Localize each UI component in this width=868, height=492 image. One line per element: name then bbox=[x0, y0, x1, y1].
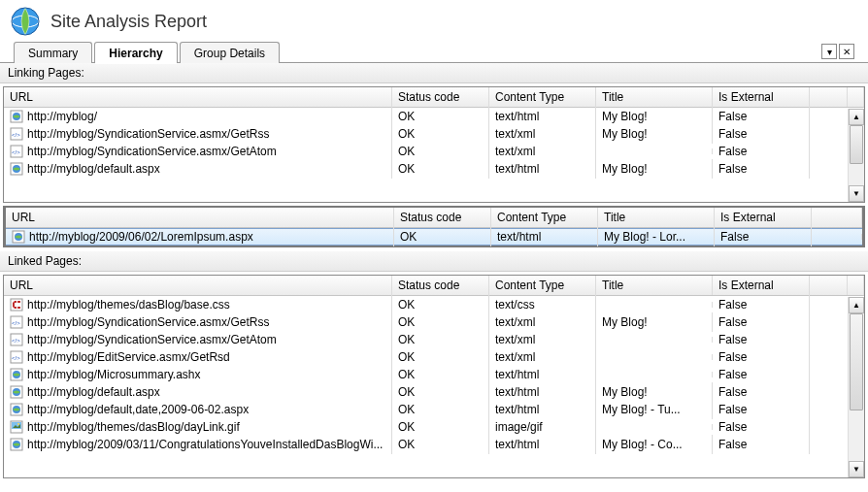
col-content-type[interactable]: Content Type bbox=[489, 87, 596, 107]
table-row[interactable]: http://myblog/2009/03/11/Congratulations… bbox=[4, 436, 864, 453]
col-content-type[interactable]: Content Type bbox=[489, 276, 596, 295]
svg-text:</>: </> bbox=[12, 320, 20, 326]
cell-title: My Blog! bbox=[596, 124, 713, 144]
cell-content-type: text/html bbox=[489, 382, 596, 402]
cell-title: My Blog! bbox=[596, 107, 713, 126]
cell-is-external: False bbox=[713, 124, 810, 144]
cell-content-type: text/html bbox=[489, 159, 596, 179]
table-row[interactable]: http://myblog/2009/06/02/LoremIpsum.aspx… bbox=[6, 228, 862, 246]
cell-status: OK bbox=[392, 400, 489, 419]
table-row[interactable]: http://myblog/default,date,2009-06-02.as… bbox=[4, 401, 864, 418]
tab-hierarchy[interactable]: Hierarchy bbox=[94, 42, 177, 63]
col-url[interactable]: URL bbox=[6, 208, 394, 227]
linking-grid: URL Status code Content Type Title Is Ex… bbox=[3, 86, 865, 203]
cell-is-external: False bbox=[713, 365, 810, 384]
table-row[interactable]: </>http://myblog/SyndicationService.asmx… bbox=[4, 331, 864, 348]
cell-is-external: False bbox=[713, 107, 810, 126]
cell-status: OK bbox=[392, 417, 489, 437]
linked-pages-label: Linked Pages: bbox=[0, 251, 868, 272]
tab-dropdown-button[interactable]: ▾ bbox=[821, 44, 837, 59]
table-row[interactable]: </>http://myblog/SyndicationService.asmx… bbox=[4, 125, 864, 143]
cell-content-type: text/xml bbox=[489, 124, 596, 144]
col-is-external[interactable]: Is External bbox=[715, 208, 812, 227]
linking-pages-label: Linking Pages: bbox=[0, 63, 868, 83]
svg-point-31 bbox=[17, 423, 19, 425]
table-row[interactable]: http://myblog/default.aspxOKtext/htmlMy … bbox=[4, 383, 864, 401]
col-status[interactable]: Status code bbox=[392, 276, 489, 295]
scroll-thumb[interactable] bbox=[850, 313, 863, 410]
cell-content-type: text/xml bbox=[489, 312, 596, 332]
cell-status: OK bbox=[392, 124, 489, 144]
scroll-up-button[interactable]: ▲ bbox=[849, 109, 864, 125]
cell-content-type: text/html bbox=[489, 107, 596, 126]
scroll-down-button[interactable]: ▼ bbox=[849, 185, 864, 202]
html-file-icon bbox=[10, 385, 23, 399]
cell-status: OK bbox=[392, 330, 489, 349]
cell-is-external: False bbox=[713, 142, 810, 161]
col-url[interactable]: URL bbox=[4, 87, 392, 107]
cell-content-type: text/html bbox=[491, 227, 598, 246]
xml-file-icon: </> bbox=[10, 350, 23, 364]
tab-summary[interactable]: Summary bbox=[14, 42, 92, 63]
cell-title: My Blog! - Co... bbox=[596, 435, 713, 454]
cell-content-type: text/html bbox=[489, 435, 596, 454]
cell-is-external: False bbox=[713, 382, 810, 402]
cell-is-external: False bbox=[713, 295, 810, 314]
linked-body: http://myblog/themes/dasBlog/base.cssOKt… bbox=[4, 296, 864, 476]
svg-rect-13 bbox=[11, 299, 22, 311]
table-row[interactable]: http://myblog/OKtext/htmlMy Blog!False bbox=[4, 108, 864, 125]
selected-page-grid: URL Status code Content Type Title Is Ex… bbox=[3, 206, 865, 247]
cell-status: OK bbox=[392, 312, 489, 332]
cell-content-type: text/xml bbox=[489, 330, 596, 349]
grid-header: URL Status code Content Type Title Is Ex… bbox=[6, 208, 862, 228]
table-row[interactable]: http://myblog/Microsummary.ashxOKtext/ht… bbox=[4, 366, 864, 383]
tab-group-details[interactable]: Group Details bbox=[180, 42, 280, 63]
cell-content-type: text/xml bbox=[489, 142, 596, 161]
linking-body: http://myblog/OKtext/htmlMy Blog!False</… bbox=[4, 108, 864, 201]
scroll-down-button[interactable]: ▼ bbox=[849, 461, 864, 477]
svg-rect-14 bbox=[17, 301, 20, 303]
col-is-external[interactable]: Is External bbox=[713, 87, 810, 107]
cell-url: http://myblog/SyndicationService.asmx/Ge… bbox=[27, 333, 277, 346]
html-file-icon bbox=[10, 162, 23, 176]
col-title[interactable]: Title bbox=[598, 208, 715, 227]
cell-url: http://myblog/EditService.asmx/GetRsd bbox=[27, 350, 230, 364]
table-row[interactable]: </>http://myblog/SyndicationService.asmx… bbox=[4, 143, 864, 160]
table-row[interactable]: http://myblog/themes/dasBlog/dayLink.gif… bbox=[4, 418, 864, 436]
col-title[interactable]: Title bbox=[596, 87, 713, 107]
cell-status: OK bbox=[392, 295, 489, 314]
cell-is-external: False bbox=[713, 330, 810, 349]
table-row[interactable]: </>http://myblog/SyndicationService.asmx… bbox=[4, 313, 864, 331]
scrollbar[interactable]: ▲ ▼ bbox=[848, 109, 864, 202]
grid-header: URL Status code Content Type Title Is Ex… bbox=[4, 87, 864, 108]
col-url[interactable]: URL bbox=[4, 276, 392, 295]
html-file-icon bbox=[10, 403, 23, 416]
scrollbar[interactable]: ▲ ▼ bbox=[848, 297, 864, 477]
cell-content-type: text/html bbox=[489, 400, 596, 419]
col-status[interactable]: Status code bbox=[392, 87, 489, 107]
scroll-up-button[interactable]: ▲ bbox=[849, 297, 864, 313]
cell-status: OK bbox=[392, 142, 489, 161]
cell-content-type: text/xml bbox=[489, 347, 596, 367]
linked-grid: URL Status code Content Type Title Is Ex… bbox=[3, 275, 865, 478]
col-title[interactable]: Title bbox=[596, 276, 713, 295]
cell-content-type: text/html bbox=[489, 365, 596, 384]
col-status[interactable]: Status code bbox=[394, 208, 491, 227]
header: Site Analysis Report bbox=[0, 0, 868, 41]
cell-url: http://myblog/default,date,2009-06-02.as… bbox=[27, 403, 249, 416]
cell-is-external: False bbox=[713, 435, 810, 454]
xml-file-icon: </> bbox=[10, 315, 23, 329]
tab-close-button[interactable]: ✕ bbox=[839, 44, 854, 59]
html-file-icon bbox=[10, 110, 23, 123]
globe-icon bbox=[10, 6, 41, 37]
table-row[interactable]: http://myblog/default.aspxOKtext/htmlMy … bbox=[4, 160, 864, 178]
table-row[interactable]: http://myblog/themes/dasBlog/base.cssOKt… bbox=[4, 296, 864, 313]
col-content-type[interactable]: Content Type bbox=[491, 208, 598, 227]
cell-content-type: text/css bbox=[489, 295, 596, 314]
cell-title: My Blog! - Lor... bbox=[598, 227, 715, 246]
scroll-thumb[interactable] bbox=[850, 125, 863, 164]
col-is-external[interactable]: Is External bbox=[713, 276, 810, 295]
table-row[interactable]: </>http://myblog/EditService.asmx/GetRsd… bbox=[4, 348, 864, 366]
cell-content-type: image/gif bbox=[489, 417, 596, 437]
cell-url: http://myblog/SyndicationService.asmx/Ge… bbox=[27, 145, 277, 158]
